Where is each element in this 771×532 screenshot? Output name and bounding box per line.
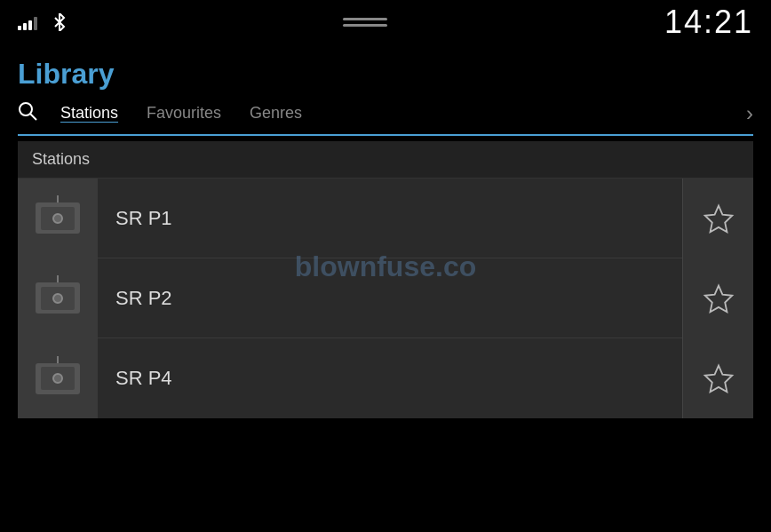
stations-section: Stations SR P1 — [18, 141, 753, 418]
library-title: Library — [18, 58, 753, 91]
radio-dial — [52, 293, 63, 304]
status-bar: 14:21 — [0, 0, 771, 44]
station-name: SR P1 — [98, 207, 682, 230]
time-display: 14:21 — [664, 4, 753, 41]
search-icon — [18, 101, 37, 121]
drag-line-1 — [343, 18, 387, 20]
stations-header: Stations — [18, 141, 753, 179]
favourite-button[interactable] — [682, 258, 753, 338]
nav-more-button[interactable]: › — [746, 101, 753, 126]
star-icon — [703, 202, 735, 234]
radio-icon-inner — [41, 207, 75, 230]
favourite-button[interactable] — [682, 338, 753, 418]
svg-line-1 — [30, 114, 36, 120]
station-name: SR P2 — [98, 287, 682, 310]
star-icon — [703, 362, 735, 394]
tab-favourites[interactable]: Favourites — [132, 100, 235, 126]
radio-dial — [52, 213, 63, 224]
svg-marker-3 — [704, 285, 732, 312]
star-icon — [703, 282, 735, 314]
signal-bar-1 — [18, 26, 21, 30]
radio-icon — [36, 282, 80, 314]
signal-bar-2 — [23, 23, 27, 30]
search-tab[interactable] — [18, 98, 46, 129]
station-list: SR P1 SR P2 — [18, 179, 753, 418]
radio-icon — [36, 202, 80, 234]
svg-marker-2 — [704, 205, 732, 232]
status-left — [18, 13, 66, 31]
favourite-button[interactable] — [682, 179, 753, 258]
list-item[interactable]: SR P4 — [18, 338, 753, 418]
station-thumbnail — [18, 338, 98, 418]
nav-tabs: Stations Favourites Genres › — [18, 98, 753, 136]
list-item[interactable]: SR P2 — [18, 258, 753, 338]
tab-stations[interactable]: Stations — [46, 100, 132, 126]
tab-genres[interactable]: Genres — [235, 100, 316, 126]
radio-dial — [52, 373, 63, 384]
main-content: Library Stations Favourites Genres › Sta… — [0, 44, 771, 532]
signal-bar-3 — [28, 20, 32, 30]
radio-icon-inner — [41, 287, 75, 310]
station-thumbnail — [18, 179, 98, 258]
bluetooth-icon — [53, 13, 66, 31]
svg-marker-4 — [704, 366, 732, 393]
radio-icon-inner — [41, 367, 75, 390]
signal-bar-4 — [34, 17, 37, 30]
drag-line-2 — [343, 24, 387, 27]
svg-point-0 — [20, 103, 32, 115]
station-name: SR P4 — [98, 367, 682, 390]
signal-bars-icon — [18, 14, 37, 30]
list-item[interactable]: SR P1 — [18, 179, 753, 258]
station-thumbnail — [18, 258, 98, 338]
radio-icon — [36, 363, 80, 394]
drag-handle[interactable] — [343, 18, 387, 27]
